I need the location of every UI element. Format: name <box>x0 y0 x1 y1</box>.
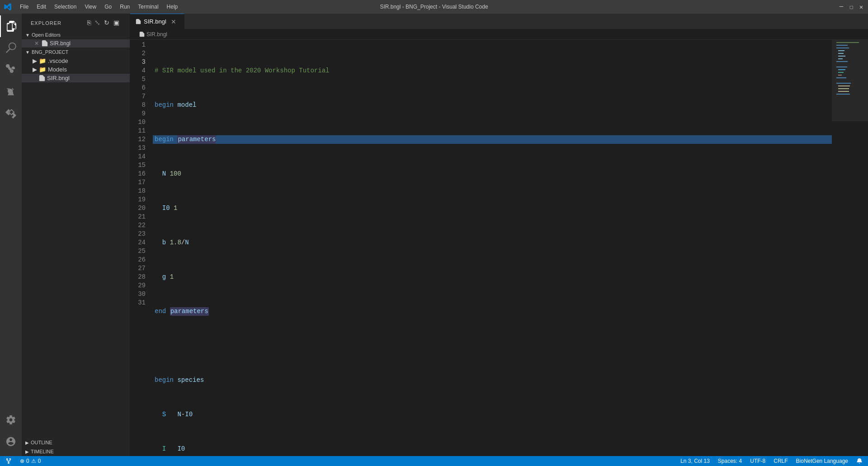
code-line-1: # SIR model used in the 2020 Workshop Tu… <box>153 67 832 75</box>
timeline-section[interactable]: ▶ TIMELINE <box>22 447 130 456</box>
minimap-canvas <box>832 40 868 130</box>
outline-chevron: ▶ <box>25 440 29 445</box>
code-editor[interactable]: 1 2 3 4 5 6 7 8 9 10 11 12 13 14 15 16 1… <box>130 40 868 456</box>
code-line-6: b 1.8/N <box>153 238 832 247</box>
line-num-28: 28 <box>134 273 146 281</box>
menu-go[interactable]: Go <box>101 3 115 11</box>
new-file-icon[interactable]: ⎘ <box>86 18 92 28</box>
svg-rect-1 <box>832 40 868 121</box>
activity-explorer[interactable] <box>0 15 22 37</box>
cursor-position: Ln 3, Col 13 <box>680 458 710 464</box>
line-num-24: 24 <box>134 238 146 247</box>
activity-settings[interactable] <box>0 409 22 431</box>
indentation: Spaces: 4 <box>718 458 742 464</box>
tab-close-button[interactable]: ✕ <box>171 18 176 25</box>
close-file-icon[interactable]: ✕ <box>34 40 39 47</box>
outline-section[interactable]: ▶ OUTLINE <box>22 438 130 447</box>
branch-icon <box>5 458 12 464</box>
line-num-14: 14 <box>134 152 146 161</box>
main-layout: Explorer ⎘ ␕ ↻ ▣ ▼ Open Editors ✕ SIR.bn… <box>0 14 868 456</box>
tree-vscode-folder[interactable]: ▶ 📁 .vscode <box>22 57 130 65</box>
activity-search[interactable] <box>0 37 22 59</box>
open-editors-label: Open Editors <box>32 32 61 38</box>
activity-extensions[interactable] <box>0 102 22 124</box>
tree-sir-bngl[interactable]: SIR.bngl <box>22 74 130 82</box>
line-num-23: 23 <box>134 230 146 238</box>
menu-bar: File Edit Selection View Go Run Terminal… <box>16 3 181 11</box>
line-num-25: 25 <box>134 247 146 256</box>
line-num-13: 13 <box>134 144 146 152</box>
line-num-3: 3 <box>134 58 146 67</box>
titlebar: File Edit Selection View Go Run Terminal… <box>0 0 868 14</box>
activity-source-control[interactable] <box>0 59 22 81</box>
minimize-button[interactable]: ─ <box>838 4 844 10</box>
folder-icon: 📁 <box>39 57 46 64</box>
close-button[interactable]: ✕ <box>858 4 864 10</box>
code-line-12: I I0 <box>153 445 832 453</box>
warning-icon: ⚠ <box>31 458 36 464</box>
line-num-16: 16 <box>134 170 146 178</box>
status-spaces[interactable]: Spaces: 4 <box>716 458 744 464</box>
new-folder-icon[interactable]: ␕ <box>94 18 101 28</box>
project-label: BNG_PROJECT <box>32 49 68 55</box>
status-errors[interactable]: ⊗ 0 ⚠ 0 <box>18 458 42 464</box>
status-left: ⊗ 0 ⚠ 0 <box>4 458 42 464</box>
menu-selection[interactable]: Selection <box>51 3 80 11</box>
tab-sir-bngl[interactable]: SIR.bngl ✕ <box>130 14 184 29</box>
status-position[interactable]: Ln 3, Col 13 <box>679 458 712 464</box>
tab-file-icon <box>136 19 141 24</box>
line-num-6: 6 <box>134 84 146 92</box>
line-num-20: 20 <box>134 204 146 213</box>
code-line-5: I0 1 <box>153 204 832 213</box>
file-encoding: UTF-8 <box>750 458 765 464</box>
line-num-22: 22 <box>134 221 146 230</box>
code-line-8: end parameters <box>153 307 832 316</box>
menu-run[interactable]: Run <box>116 3 133 11</box>
code-line-2: begin model <box>153 101 832 109</box>
menu-help[interactable]: Help <box>163 3 182 11</box>
timeline-chevron: ▶ <box>25 449 29 454</box>
status-branch[interactable] <box>4 458 14 464</box>
activity-run-debug[interactable] <box>0 81 22 102</box>
breadcrumb: SIR.bngl <box>130 29 868 40</box>
folder-icon: 📁 <box>39 66 46 73</box>
status-encoding[interactable]: UTF-8 <box>748 458 767 464</box>
line-num-11: 11 <box>134 127 146 135</box>
line-num-18: 18 <box>134 187 146 195</box>
status-eol[interactable]: CRLF <box>772 458 789 464</box>
line-num-30: 30 <box>134 290 146 299</box>
refresh-icon[interactable]: ↻ <box>103 18 111 28</box>
maximize-button[interactable]: ☐ <box>848 4 854 10</box>
open-editor-filename: SIR.bngl <box>50 40 71 47</box>
minimap-svg <box>832 40 868 221</box>
status-language[interactable]: BioNetGen Language <box>794 458 850 464</box>
sidebar: Explorer ⎘ ␕ ↻ ▣ ▼ Open Editors ✕ SIR.bn… <box>22 14 130 456</box>
collapse-icon[interactable]: ▣ <box>113 18 121 28</box>
code-line-11: S N-I0 <box>153 410 832 419</box>
tree-item-label: Models <box>48 66 67 73</box>
line-num-17: 17 <box>134 178 146 187</box>
project-section[interactable]: ▼ BNG_PROJECT <box>22 48 130 57</box>
error-icon: ⊗ <box>20 458 24 464</box>
explorer-title: Explorer <box>31 20 61 26</box>
open-editor-sir-bngl[interactable]: ✕ SIR.bngl <box>22 39 130 48</box>
line-num-4: 4 <box>134 67 146 75</box>
menu-edit[interactable]: Edit <box>33 3 50 11</box>
titlebar-controls: ─ ☐ ✕ <box>838 4 864 10</box>
line-num-31: 31 <box>134 299 146 307</box>
tree-models-folder[interactable]: ▶ 📁 Models <box>22 65 130 74</box>
activity-account[interactable] <box>0 431 22 452</box>
menu-file[interactable]: File <box>16 3 32 11</box>
bell-icon <box>856 458 863 464</box>
timeline-label: TIMELINE <box>31 449 54 454</box>
code-content[interactable]: # SIR model used in the 2020 Workshop Tu… <box>153 40 832 456</box>
tab-bar: SIR.bngl ✕ <box>130 14 868 29</box>
menu-terminal[interactable]: Terminal <box>134 3 162 11</box>
open-editors-section[interactable]: ▼ Open Editors <box>22 30 130 39</box>
code-line-9 <box>153 342 832 350</box>
error-count: 0 <box>26 458 29 464</box>
menu-view[interactable]: View <box>81 3 100 11</box>
line-num-1: 1 <box>134 41 146 49</box>
status-notifications[interactable] <box>854 458 864 464</box>
status-right: Ln 3, Col 13 Spaces: 4 UTF-8 CRLF BioNet… <box>679 458 864 464</box>
